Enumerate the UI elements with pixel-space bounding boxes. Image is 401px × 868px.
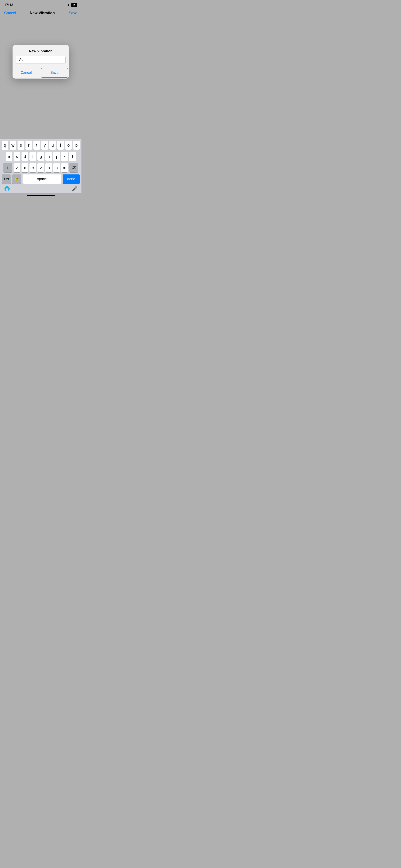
nav-save-button[interactable]: Save [69, 11, 77, 15]
key-h[interactable]: h [45, 152, 52, 161]
main-content: New Vibration Cancel Save [0, 18, 82, 105]
key-o[interactable]: o [65, 141, 72, 150]
airplane-icon: ✈ [67, 3, 70, 7]
key-u[interactable]: u [49, 141, 56, 150]
key-p[interactable]: p [73, 141, 80, 150]
alert-buttons: Cancel Save [12, 67, 69, 79]
key-q[interactable]: q [2, 141, 8, 150]
battery-container: 81 [71, 3, 77, 7]
microphone-icon[interactable]: 🎤 [72, 186, 77, 192]
key-z[interactable]: z [13, 163, 20, 172]
key-x[interactable]: x [22, 163, 28, 172]
key-e[interactable]: e [18, 141, 24, 150]
space-below [0, 105, 82, 139]
alert-button-divider [40, 67, 40, 79]
numbers-key[interactable]: 123 [2, 175, 11, 184]
space-key[interactable]: space [23, 175, 61, 184]
battery-level: 81 [71, 3, 77, 7]
status-icons: ✈ 81 [67, 3, 77, 7]
keyboard-row-1: q w e r t y u i o p [1, 141, 81, 150]
status-bar: 17:13 ✈ 81 [0, 0, 82, 9]
keyboard-bottom-row: 123 🙂 space done [1, 175, 81, 185]
delete-key[interactable]: ⌫ [69, 163, 78, 172]
key-k[interactable]: k [61, 152, 68, 161]
alert-cancel-button[interactable]: Cancel [12, 67, 40, 79]
emoji-icon: 🙂 [15, 177, 19, 181]
key-v[interactable]: v [37, 163, 44, 172]
status-time: 17:13 [4, 3, 13, 7]
key-y[interactable]: y [41, 141, 48, 150]
alert-title: New Vibration [29, 49, 53, 53]
key-l[interactable]: l [69, 152, 76, 161]
keyboard-bottom-extras: 🌐 🎤 [1, 185, 81, 192]
key-r[interactable]: r [26, 141, 32, 150]
key-s[interactable]: s [13, 152, 20, 161]
keyboard-row-3: ⇧ z x c v b n m ⌫ [1, 163, 81, 172]
key-m[interactable]: m [61, 163, 68, 172]
key-a[interactable]: a [6, 152, 12, 161]
alert-save-button[interactable]: Save [41, 68, 68, 78]
nav-cancel-button[interactable]: Cancel [4, 11, 16, 15]
emoji-key[interactable]: 🙂 [12, 175, 21, 184]
nav-bar: Cancel New Vibration Save [0, 9, 82, 18]
key-i[interactable]: i [57, 141, 64, 150]
key-t[interactable]: t [33, 141, 40, 150]
alert-dialog: New Vibration Cancel Save [12, 45, 69, 79]
vibration-name-input[interactable] [16, 56, 66, 64]
key-c[interactable]: c [29, 163, 36, 172]
globe-icon[interactable]: 🌐 [4, 186, 10, 192]
home-bar [27, 195, 55, 196]
key-j[interactable]: j [53, 152, 60, 161]
key-d[interactable]: d [22, 152, 28, 161]
keyboard: q w e r t y u i o p a s d f g h j k l ⇧ … [0, 139, 82, 193]
key-w[interactable]: w [10, 141, 16, 150]
home-indicator [0, 193, 82, 197]
shift-key[interactable]: ⇧ [3, 163, 12, 172]
alert-input-area [12, 56, 69, 67]
key-n[interactable]: n [53, 163, 60, 172]
alert-overlay: New Vibration Cancel Save [0, 18, 82, 105]
done-key[interactable]: done [63, 175, 80, 184]
alert-title-area: New Vibration [12, 45, 69, 56]
keyboard-row-2: a s d f g h j k l [1, 152, 81, 161]
key-b[interactable]: b [45, 163, 52, 172]
key-f[interactable]: f [29, 152, 36, 161]
key-g[interactable]: g [37, 152, 44, 161]
nav-title: New Vibration [30, 11, 55, 15]
